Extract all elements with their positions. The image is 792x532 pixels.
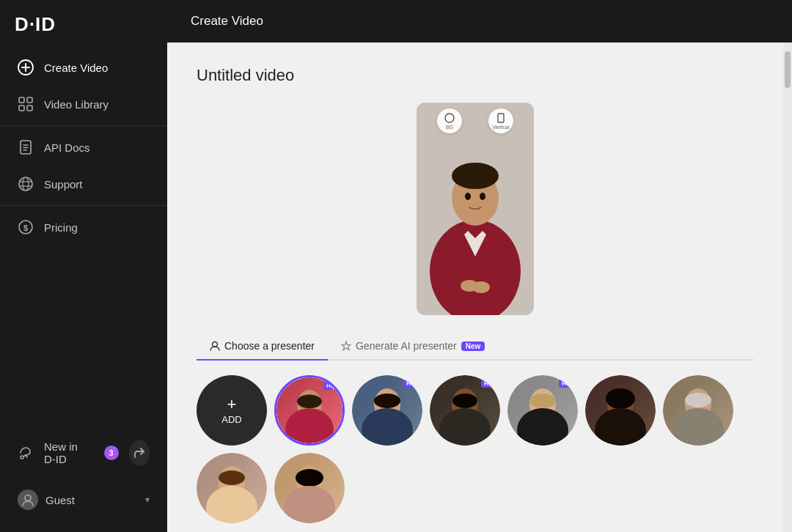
main-content: Untitled video BG (167, 43, 783, 532)
sidebar-nav: Create Video Video Library (0, 49, 167, 418)
create-video-label: Create Video (44, 62, 108, 74)
svg-point-19 (445, 114, 454, 122)
svg-point-41 (517, 408, 568, 446)
presenter-5[interactable] (585, 375, 656, 446)
main-area: Create Video Untitled video BG (167, 0, 792, 532)
svg-text:$: $ (23, 223, 28, 232)
presenter-controls: BG Vertical (417, 108, 534, 133)
bg-button[interactable]: BG (437, 108, 462, 133)
guest-label: Guest (45, 494, 75, 506)
chevron-down-icon: ▾ (145, 495, 150, 505)
video-library-label: Video Library (44, 98, 109, 111)
tab-generate-ai-label: Generate AI presenter (356, 340, 457, 352)
svg-point-47 (672, 408, 724, 446)
vertical-button[interactable]: Vertical (488, 108, 513, 133)
new-badge: New (461, 341, 485, 351)
svg-point-24 (452, 163, 499, 189)
sidebar-item-pricing[interactable]: $ Pricing (0, 209, 167, 245)
add-presenter-button[interactable]: + ADD (197, 375, 267, 446)
header-title: Create Video (191, 14, 263, 29)
svg-rect-20 (498, 114, 504, 122)
vertical-label: Vertical (493, 125, 510, 130)
svg-rect-4 (27, 97, 32, 103)
svg-point-17 (21, 456, 23, 459)
svg-point-11 (19, 177, 32, 191)
api-docs-icon (18, 139, 34, 155)
sidebar-item-create-video[interactable]: Create Video (0, 49, 167, 86)
person-preview (417, 103, 534, 315)
svg-point-43 (606, 388, 635, 409)
hq-badge: HQ (559, 380, 573, 388)
svg-rect-3 (19, 97, 24, 103)
main-wrapper: Untitled video BG (167, 43, 792, 532)
svg-point-26 (480, 193, 485, 200)
avatar (18, 489, 38, 510)
svg-point-37 (452, 394, 477, 408)
create-video-icon (18, 59, 34, 75)
presenter-tabs: Choose a presenter Generate AI presenter… (197, 333, 754, 361)
new-did-badge: 3 (104, 446, 119, 460)
scrollbar-thumb[interactable] (785, 51, 791, 88)
svg-point-32 (285, 408, 334, 443)
svg-point-25 (465, 193, 471, 200)
presenter-2[interactable]: HQ (352, 375, 422, 446)
bg-label: BG (446, 125, 453, 130)
api-docs-label: API Docs (44, 141, 90, 154)
presenter-3[interactable]: HQ (430, 375, 500, 446)
svg-point-50 (206, 486, 257, 523)
svg-point-44 (595, 408, 646, 446)
logo-text: D·ID (15, 13, 56, 36)
sidebar-item-api-docs[interactable]: API Docs (0, 129, 167, 166)
add-icon: + (227, 396, 237, 413)
svg-point-18 (25, 495, 31, 501)
pricing-icon: $ (18, 219, 34, 235)
top-header: Create Video (167, 0, 792, 43)
svg-point-28 (472, 281, 490, 293)
new-did-label: New in D-ID (44, 440, 91, 465)
svg-rect-5 (19, 106, 24, 111)
hq-badge: HQ (403, 380, 418, 388)
svg-point-38 (439, 408, 491, 446)
pricing-label: Pricing (44, 221, 78, 234)
presenters-grid: + ADD HQ HQ (197, 375, 754, 523)
guest-row[interactable]: Guest ▾ (0, 479, 167, 520)
support-label: Support (44, 178, 83, 191)
logo: D·ID (0, 0, 167, 49)
presenter-card: BG Vertical (417, 103, 534, 315)
tab-generate-ai[interactable]: Generate AI presenter New (328, 333, 498, 361)
svg-point-34 (374, 394, 400, 408)
sidebar-item-video-library[interactable]: Video Library (0, 86, 167, 122)
svg-point-53 (284, 486, 335, 523)
presenter-6[interactable] (663, 375, 733, 446)
svg-rect-6 (27, 106, 32, 111)
presenter-area: BG Vertical (197, 103, 754, 315)
svg-point-31 (297, 394, 322, 408)
video-library-icon (18, 96, 34, 112)
svg-point-35 (362, 408, 413, 446)
sidebar: D·ID Create Video Video (0, 0, 167, 532)
tab-choose-presenter-label: Choose a presenter (224, 340, 315, 352)
presenter-1[interactable]: HQ (274, 375, 345, 446)
presenter-7[interactable] (197, 453, 267, 523)
new-did-icon (18, 445, 34, 461)
hq-badge: HQ (323, 382, 338, 390)
svg-point-52 (296, 469, 323, 487)
presenter-8[interactable] (274, 453, 345, 523)
sidebar-item-support[interactable]: Support (0, 166, 167, 202)
sidebar-bottom: New in D-ID 3 Guest ▾ (0, 418, 167, 532)
video-title: Untitled video (197, 66, 754, 85)
svg-point-46 (685, 393, 711, 407)
sidebar-item-new-did[interactable]: New in D-ID 3 (0, 429, 167, 476)
add-label: ADD (221, 414, 241, 425)
support-icon (18, 176, 34, 192)
hq-badge: HQ (481, 380, 496, 388)
tab-choose-presenter[interactable]: Choose a presenter (197, 333, 328, 361)
presenter-4[interactable]: HQ (507, 375, 578, 446)
scrollbar[interactable] (783, 43, 792, 532)
svg-point-49 (219, 470, 245, 485)
svg-point-40 (529, 394, 556, 408)
svg-point-12 (23, 177, 29, 191)
share-button[interactable] (129, 440, 150, 466)
